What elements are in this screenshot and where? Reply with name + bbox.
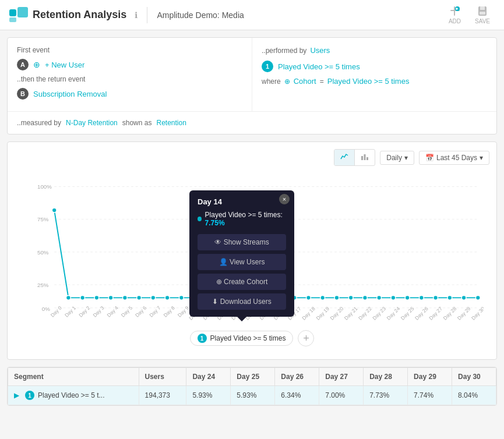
save-button[interactable]: SAVE <box>470 3 495 27</box>
query-panel: First event A ⊕ + New User ..then the re… <box>7 37 497 134</box>
date-range-dropdown[interactable]: 📅 Last 45 Days ▾ <box>419 151 489 165</box>
cohort-value-link[interactable]: Played Video >= 5 times <box>327 77 410 86</box>
tooltip-dot-icon <box>198 217 202 221</box>
col-day27: Day 27 <box>319 368 364 386</box>
create-cohort-button[interactable]: ⊕ Create Cohort <box>198 274 286 290</box>
logo: Retention Analysis ℹ <box>9 7 138 23</box>
cell-day29: 7.74% <box>408 386 452 405</box>
tooltip-day: Day 14 <box>198 197 286 206</box>
svg-text:25%: 25% <box>37 282 49 288</box>
chart-panel: Daily ▾ 📅 Last 45 Days ▾ 100% 75% 50% 25… <box>7 141 497 360</box>
show-streams-button[interactable]: 👁 Show Streams <box>198 234 286 250</box>
cell-segment: ▶ 1 Played Video >= 5 t... <box>8 386 139 405</box>
view-users-button[interactable]: 👤 View Users <box>198 254 286 270</box>
cell-users: 194,373 <box>139 386 186 405</box>
svg-point-31 <box>151 295 156 300</box>
header-actions: ADD SAVE <box>444 3 495 27</box>
col-day25: Day 25 <box>231 368 275 386</box>
subscription-removal-link[interactable]: Subscription Removal <box>33 90 107 98</box>
chevron-down-icon: ▾ <box>404 154 408 162</box>
first-event-item: A ⊕ + New User <box>17 59 242 70</box>
tooltip-arrow <box>237 317 246 321</box>
app-header: Retention Analysis ℹ Amplitude Demo: Med… <box>0 0 504 30</box>
col-day30: Day 30 <box>452 368 496 386</box>
svg-point-27 <box>94 295 99 300</box>
daily-dropdown[interactable]: Daily ▾ <box>380 151 414 165</box>
svg-text:Day 22: Day 22 <box>357 306 373 321</box>
svg-text:Day 6: Day 6 <box>134 305 147 318</box>
cell-day28: 7.73% <box>364 386 408 405</box>
expand-icon[interactable]: ▶ <box>14 391 19 399</box>
svg-point-51 <box>433 295 438 300</box>
cohort-link[interactable]: Cohort <box>294 77 316 86</box>
svg-point-45 <box>348 295 353 300</box>
line-chart-button[interactable] <box>334 150 355 165</box>
query-left: First event A ⊕ + New User ..then the re… <box>8 38 252 111</box>
col-users: Users <box>139 368 186 386</box>
svg-text:Day 8: Day 8 <box>163 305 176 318</box>
cell-day25: 5.93% <box>231 386 275 405</box>
shown-as-label: shown as <box>122 119 152 127</box>
tooltip-actions: 👁 Show Streams 👤 View Users ⊕ Create Coh… <box>198 234 286 310</box>
svg-text:Day 4: Day 4 <box>106 305 119 318</box>
svg-rect-11 <box>361 156 363 160</box>
svg-point-54 <box>475 295 480 300</box>
svg-point-52 <box>447 295 452 300</box>
svg-text:75%: 75% <box>37 216 49 222</box>
svg-point-28 <box>108 295 113 300</box>
chart-tooltip: × Day 14 Played Video >= 5 times: 7.75% … <box>189 190 294 317</box>
cohort-icon: ⊕ <box>284 77 290 86</box>
download-users-button[interactable]: ⬇ Download Users <box>198 293 286 310</box>
bar-chart-button[interactable] <box>355 150 375 165</box>
svg-point-48 <box>391 295 396 300</box>
where-row: where ⊕ Cohort = Played Video >= 5 times <box>262 77 487 86</box>
svg-point-46 <box>363 295 368 300</box>
tooltip-value-row: Played Video >= 5 times: 7.75% <box>198 211 286 227</box>
svg-point-26 <box>80 295 85 300</box>
chevron-down-icon-2: ▾ <box>480 154 483 162</box>
then-return-label: ..then the return event <box>17 75 242 83</box>
svg-point-50 <box>419 295 424 300</box>
svg-text:Day 5: Day 5 <box>120 305 133 318</box>
new-user-link[interactable]: + New User <box>45 61 84 69</box>
tooltip-series: Played Video >= 5 times: 7.75% <box>205 211 286 227</box>
demo-label: Amplitude Demo: Media <box>157 10 244 20</box>
pill-label: Played Video >= 5 times <box>210 334 286 342</box>
users-link[interactable]: Users <box>310 46 330 55</box>
svg-text:Day 3: Day 3 <box>91 305 105 318</box>
segment-cell: ▶ 1 Played Video >= 5 t... <box>14 391 133 400</box>
badge-1: 1 <box>262 61 273 72</box>
chart-type-group <box>334 149 375 166</box>
svg-text:50%: 50% <box>37 249 49 256</box>
svg-point-44 <box>334 295 339 300</box>
tooltip-close-button[interactable]: × <box>279 194 290 204</box>
svg-text:Day 0: Day 0 <box>50 305 63 318</box>
add-button[interactable]: ADD <box>444 3 466 27</box>
add-segment-button[interactable]: + <box>298 330 314 346</box>
svg-text:Day 7: Day 7 <box>148 305 161 318</box>
save-icon <box>477 5 488 17</box>
segment-pill-1[interactable]: 1 Played Video >= 5 times <box>190 331 294 346</box>
measured-by-label: ..measured by <box>17 119 61 127</box>
n-day-retention-link[interactable]: N-Day Retention <box>66 119 118 127</box>
played-video-item: 1 Played Video >= 5 times <box>262 61 487 72</box>
svg-point-29 <box>122 295 127 300</box>
svg-point-43 <box>320 295 325 300</box>
new-user-icon: ⊕ <box>33 60 40 69</box>
info-icon[interactable]: ℹ <box>135 10 138 20</box>
svg-point-25 <box>66 295 71 300</box>
badge-a: A <box>17 59 29 70</box>
svg-point-53 <box>461 295 466 300</box>
svg-rect-1 <box>17 7 28 17</box>
chart-toolbar: Daily ▾ 📅 Last 45 Days ▾ <box>15 149 489 166</box>
data-table-container: Segment Users Day 24 Day 25 Day 26 Day 2… <box>7 367 497 406</box>
col-day28: Day 28 <box>364 368 408 386</box>
svg-text:0%: 0% <box>42 306 50 312</box>
segment-name: Played Video >= 5 t... <box>38 391 105 399</box>
played-video-link[interactable]: Played Video >= 5 times <box>278 62 360 71</box>
retention-link[interactable]: Retention <box>156 119 186 127</box>
col-segment: Segment <box>8 368 139 386</box>
svg-rect-10 <box>480 12 485 15</box>
svg-rect-9 <box>480 6 485 10</box>
svg-rect-7 <box>456 8 458 9</box>
